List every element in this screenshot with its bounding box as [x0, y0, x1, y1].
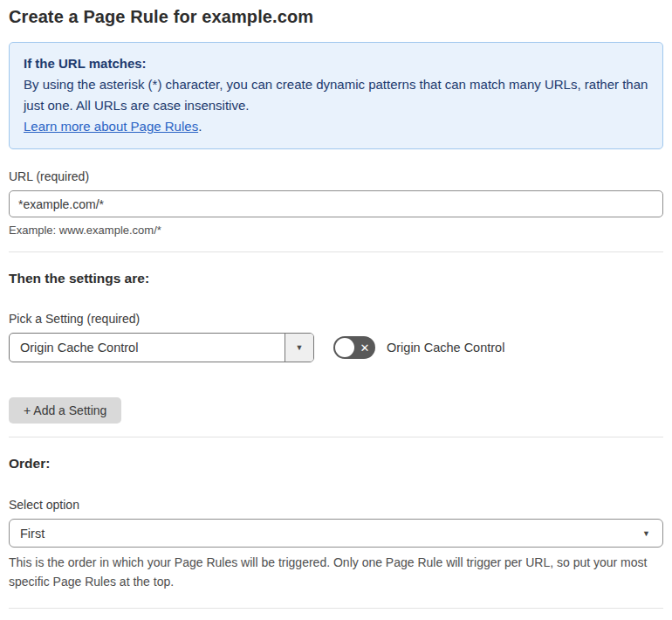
- toggle-knob: [335, 338, 354, 357]
- order-section-heading: Order:: [9, 456, 663, 472]
- divider: [9, 437, 663, 437]
- settings-section-heading: Then the settings are:: [9, 271, 663, 286]
- order-helper-text: This is the order in which your Page Rul…: [9, 554, 655, 591]
- url-match-info-box: If the URL matches: By using the asteris…: [9, 42, 663, 149]
- url-field-label: URL (required): [9, 169, 663, 183]
- learn-more-link[interactable]: Learn more about Page Rules: [24, 119, 198, 134]
- origin-cache-control-toggle[interactable]: ✕: [333, 336, 375, 359]
- setting-select-value: Origin Cache Control: [10, 334, 285, 362]
- chevron-down-icon: ▼: [296, 343, 304, 352]
- url-field-helper: Example: www.example.com/*: [9, 224, 663, 237]
- url-input[interactable]: [9, 190, 663, 217]
- add-setting-button[interactable]: + Add a Setting: [9, 397, 121, 424]
- order-select-label: Select option: [9, 498, 663, 512]
- toggle-off-x-icon: ✕: [354, 336, 375, 359]
- divider: [9, 251, 663, 252]
- setting-select[interactable]: Origin Cache Control ▼: [9, 333, 314, 362]
- divider: [9, 608, 663, 609]
- order-select-value: First: [20, 527, 642, 541]
- info-box-heading: If the URL matches:: [24, 53, 648, 74]
- add-setting-wrap: + Add a Setting: [9, 397, 663, 424]
- order-select[interactable]: First ▼: [9, 519, 663, 548]
- toggle-label: Origin Cache Control: [387, 341, 504, 355]
- setting-row: Origin Cache Control ▼ ✕ Origin Cache Co…: [9, 333, 663, 362]
- chevron-down-icon: ▼: [642, 529, 650, 538]
- page-title: Create a Page Rule for example.com: [9, 7, 663, 27]
- info-box-link-line: Learn more about Page Rules.: [24, 116, 648, 137]
- info-box-body: By using the asterisk (*) character, you…: [24, 74, 648, 116]
- link-suffix: .: [198, 119, 202, 134]
- create-page-rule-panel: Create a Page Rule for example.com If th…: [0, 0, 672, 620]
- pick-setting-label: Pick a Setting (required): [9, 312, 663, 326]
- setting-select-caret-button[interactable]: ▼: [285, 334, 313, 362]
